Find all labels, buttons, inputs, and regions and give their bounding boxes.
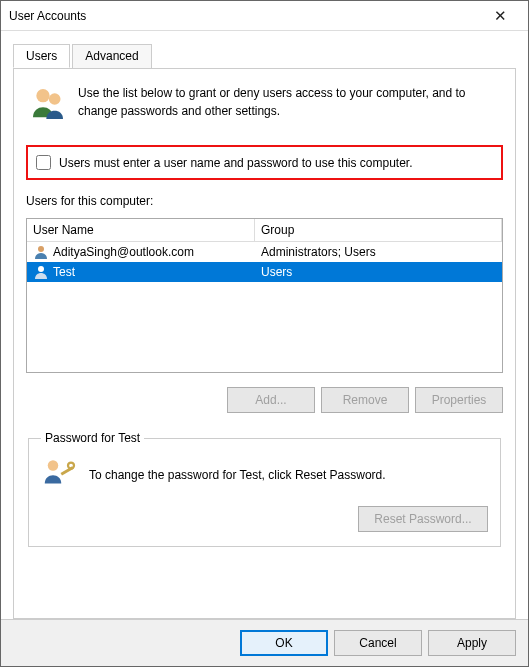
svg-point-6 (68, 463, 74, 469)
password-groupbox: Password for Test To change the password… (28, 431, 501, 547)
reset-password-button[interactable]: Reset Password... (358, 506, 488, 532)
require-password-label[interactable]: Users must enter a user name and passwor… (59, 156, 413, 170)
user-row[interactable]: Test Users (27, 262, 502, 282)
user-accounts-dialog: User Accounts ✕ Users Advanced Use the l… (0, 0, 529, 667)
column-header-group[interactable]: Group (255, 219, 502, 241)
user-buttons-row: Add... Remove Properties (26, 387, 503, 413)
require-password-row: Users must enter a user name and passwor… (26, 145, 503, 180)
require-password-checkbox[interactable] (36, 155, 51, 170)
intro-text: Use the list below to grant or deny user… (78, 84, 501, 120)
svg-point-3 (38, 266, 44, 272)
users-list-label: Users for this computer: (26, 194, 503, 208)
password-group-label: Password for Test (41, 431, 144, 445)
user-name: AdityaSingh@outlook.com (53, 245, 194, 259)
users-list[interactable]: User Name Group AdityaSingh@outlook.com … (26, 218, 503, 373)
svg-point-1 (49, 93, 61, 105)
add-user-button[interactable]: Add... (227, 387, 315, 413)
user-icon (33, 264, 49, 280)
user-group: Administrators; Users (255, 243, 502, 261)
tab-strip: Users Advanced (13, 44, 516, 69)
properties-button[interactable]: Properties (415, 387, 503, 413)
users-icon (28, 84, 68, 127)
apply-button[interactable]: Apply (428, 630, 516, 656)
svg-point-0 (36, 89, 49, 102)
titlebar: User Accounts ✕ (1, 1, 528, 31)
ok-button[interactable]: OK (240, 630, 328, 656)
svg-point-4 (48, 460, 59, 471)
user-row[interactable]: AdityaSingh@outlook.com Administrators; … (27, 242, 502, 262)
cancel-button[interactable]: Cancel (334, 630, 422, 656)
tab-advanced[interactable]: Advanced (72, 44, 151, 68)
intro-row: Use the list below to grant or deny user… (26, 80, 503, 135)
user-group: Users (255, 263, 502, 281)
password-text: To change the password for Test, click R… (89, 468, 386, 482)
dialog-footer: OK Cancel Apply (1, 619, 528, 666)
close-button[interactable]: ✕ (480, 3, 520, 29)
column-header-username[interactable]: User Name (27, 219, 255, 241)
user-name: Test (53, 265, 75, 279)
key-icon (41, 455, 77, 494)
svg-point-2 (38, 246, 44, 252)
tab-users[interactable]: Users (13, 44, 70, 68)
users-list-header: User Name Group (27, 219, 502, 242)
user-icon (33, 244, 49, 260)
users-panel: Use the list below to grant or deny user… (13, 68, 516, 619)
remove-user-button[interactable]: Remove (321, 387, 409, 413)
window-title: User Accounts (9, 9, 480, 23)
